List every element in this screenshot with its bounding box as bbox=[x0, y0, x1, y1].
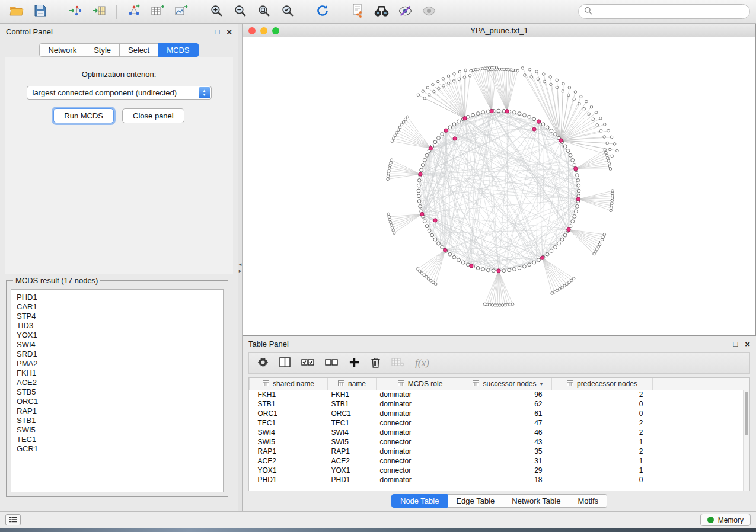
tab-motifs[interactable]: Motifs bbox=[569, 494, 607, 508]
column-header-predecessor-nodes[interactable]: predecessor nodes bbox=[552, 378, 653, 390]
collapse-right-icon[interactable]: ▸ bbox=[239, 268, 242, 273]
search-input[interactable] bbox=[596, 8, 744, 16]
control-tabs: NetworkStyleSelectMCDS bbox=[0, 43, 238, 57]
tab-edge-table[interactable]: Edge Table bbox=[448, 494, 503, 508]
float-panel-icon[interactable]: □ bbox=[215, 28, 219, 36]
eye-icon bbox=[422, 5, 436, 19]
mcds-result-title: MCDS result (17 nodes) bbox=[13, 276, 100, 285]
table-row[interactable]: YOX1YOX1connector291 bbox=[250, 466, 749, 475]
birds-eye-view-button[interactable] bbox=[418, 3, 439, 21]
run-mcds-button[interactable]: Run MCDS bbox=[53, 108, 114, 123]
clone-network-button[interactable] bbox=[347, 3, 368, 21]
result-item[interactable]: TID3 bbox=[17, 321, 218, 331]
delete-table-button[interactable] bbox=[391, 358, 404, 368]
column-header-MCDS-role[interactable]: MCDS role bbox=[377, 378, 464, 390]
close-panel-icon[interactable]: × bbox=[745, 339, 750, 348]
refresh-icon bbox=[315, 4, 330, 20]
result-item[interactable]: ACE2 bbox=[17, 378, 218, 387]
result-item[interactable]: RAP1 bbox=[17, 406, 218, 416]
table-row[interactable]: TEC1TEC1connector472 bbox=[250, 418, 749, 428]
export-table-button[interactable] bbox=[147, 3, 168, 21]
result-item[interactable]: SWI4 bbox=[17, 340, 218, 350]
column-header-name[interactable]: name bbox=[328, 378, 377, 390]
graphics-details-button[interactable] bbox=[394, 3, 416, 21]
result-item[interactable]: CAR1 bbox=[17, 302, 218, 312]
zoom-fit-icon bbox=[257, 4, 271, 20]
result-item[interactable]: GCR1 bbox=[17, 444, 218, 454]
result-item[interactable]: STP4 bbox=[17, 312, 218, 321]
result-item[interactable]: TEC1 bbox=[17, 435, 218, 444]
network-titlebar: YPA_prune.txt_1 bbox=[243, 24, 755, 37]
mcds-result-list[interactable]: PHD1CAR1STP4TID3YOX1SWI4SRD1PMA2FKH1ACE2… bbox=[11, 289, 224, 492]
zoom-selected-button[interactable] bbox=[277, 3, 298, 21]
network-canvas[interactable] bbox=[243, 37, 755, 335]
table-row[interactable]: PHD1PHD1dominator180 bbox=[250, 475, 749, 485]
result-item[interactable]: YOX1 bbox=[17, 331, 218, 340]
table-scrollbar[interactable] bbox=[743, 390, 749, 491]
result-item[interactable]: SWI5 bbox=[17, 425, 218, 435]
delete-row-button[interactable] bbox=[371, 357, 381, 370]
export-image-icon bbox=[174, 4, 189, 19]
trash-icon bbox=[371, 357, 381, 370]
collapse-left-icon[interactable]: ◂ bbox=[239, 262, 242, 267]
panel-splitter[interactable]: ◂ ▸ bbox=[238, 24, 243, 511]
tab-style[interactable]: Style bbox=[85, 43, 120, 57]
table-panel-header: Table Panel □ × bbox=[243, 336, 756, 351]
import-table-icon bbox=[92, 4, 106, 19]
dropdown-value: largest connected component (undirected) bbox=[33, 88, 177, 97]
memory-button[interactable]: Memory bbox=[700, 514, 751, 526]
add-row-button[interactable] bbox=[349, 357, 360, 370]
toolbar-separator bbox=[305, 5, 305, 19]
network-search-box[interactable] bbox=[578, 4, 750, 19]
scrollbar-thumb[interactable] bbox=[745, 392, 748, 435]
refresh-button[interactable] bbox=[312, 3, 333, 21]
column-header-successor-nodes[interactable]: successor nodes▾ bbox=[464, 378, 552, 390]
zoom-fit-button[interactable] bbox=[253, 3, 275, 21]
tab-mcds[interactable]: MCDS bbox=[158, 43, 198, 57]
function-builder-button[interactable]: f(x) bbox=[415, 357, 429, 369]
table-row[interactable]: ACE2ACE2connector311 bbox=[250, 456, 749, 466]
open-session-button[interactable] bbox=[6, 3, 27, 21]
column-header-icon bbox=[263, 380, 269, 388]
result-item[interactable]: FKH1 bbox=[17, 368, 218, 378]
float-panel-icon[interactable]: □ bbox=[733, 340, 738, 348]
zoom-in-button[interactable] bbox=[206, 3, 227, 21]
select-all-button[interactable] bbox=[301, 357, 314, 370]
result-item[interactable]: SRD1 bbox=[17, 350, 218, 359]
column-header-icon bbox=[473, 380, 479, 388]
result-item[interactable]: STB1 bbox=[17, 416, 218, 425]
search-network-button[interactable] bbox=[371, 3, 392, 21]
column-header-icon bbox=[398, 380, 404, 388]
task-history-button[interactable] bbox=[5, 514, 21, 525]
tab-network-table[interactable]: Network Table bbox=[503, 494, 569, 508]
save-session-button[interactable] bbox=[30, 3, 51, 21]
table-row[interactable]: FKH1FKH1dominator962 bbox=[250, 390, 749, 399]
table-row[interactable]: SWI4SWI4dominator462 bbox=[250, 428, 749, 437]
result-item[interactable]: STB5 bbox=[17, 387, 218, 397]
result-item[interactable]: ORC1 bbox=[17, 397, 218, 406]
import-table-button[interactable] bbox=[88, 3, 110, 21]
zoom-out-button[interactable] bbox=[229, 3, 251, 21]
table-settings-button[interactable] bbox=[257, 357, 269, 370]
table-row[interactable]: RAP1RAP1dominator352 bbox=[250, 447, 749, 456]
toolbar-separator bbox=[58, 5, 58, 19]
table-row[interactable]: ORC1ORC1dominator610 bbox=[250, 409, 749, 418]
import-network-button[interactable] bbox=[65, 3, 86, 21]
column-header-shared-name[interactable]: shared name bbox=[250, 378, 328, 390]
tab-network[interactable]: Network bbox=[39, 43, 85, 57]
export-network-button[interactable] bbox=[123, 3, 145, 21]
table-row[interactable]: STB1STB1dominator620 bbox=[250, 399, 749, 409]
table-row[interactable]: SWI5SWI5connector431 bbox=[250, 437, 749, 447]
close-panel-icon[interactable]: × bbox=[227, 27, 232, 36]
result-item[interactable]: PMA2 bbox=[17, 359, 218, 368]
close-panel-button[interactable]: Close panel bbox=[122, 108, 184, 123]
tab-node-table[interactable]: Node Table bbox=[391, 494, 448, 508]
result-item[interactable]: PHD1 bbox=[17, 293, 218, 302]
optimization-dropdown[interactable]: largest connected component (undirected)… bbox=[27, 86, 212, 100]
export-image-button[interactable] bbox=[171, 3, 192, 21]
tab-select[interactable]: Select bbox=[120, 43, 158, 57]
zoom-selected-icon bbox=[281, 4, 295, 20]
sort-caret-icon[interactable]: ▾ bbox=[540, 380, 543, 387]
deselect-all-button[interactable] bbox=[325, 357, 338, 370]
show-columns-button[interactable] bbox=[279, 357, 291, 369]
